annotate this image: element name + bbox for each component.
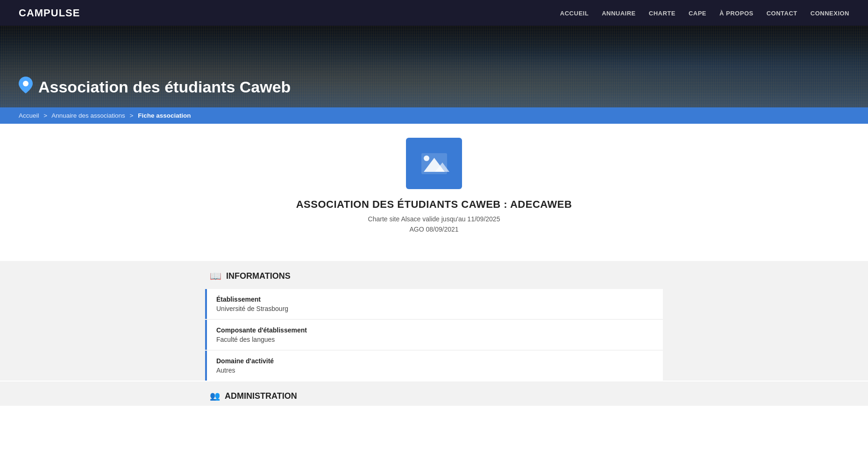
informations-title: 📖 INFORMATIONS: [205, 270, 663, 282]
admin-icon: 👥: [210, 391, 220, 401]
pin-icon: [19, 77, 33, 97]
nav-connexion[interactable]: CONNEXION: [811, 10, 849, 17]
info-value-etablissement: Université de Strasbourg: [216, 305, 654, 312]
informations-section: 📖 INFORMATIONS Établissement Université …: [0, 261, 868, 381]
nav-cape[interactable]: CAPE: [689, 10, 706, 17]
info-card-composante: Composante d'établissement Faculté des l…: [205, 320, 663, 350]
admin-wrapper: 👥 ADMINISTRATION: [205, 391, 663, 401]
info-label-etablissement: Établissement: [216, 296, 654, 303]
svg-point-0: [23, 81, 28, 86]
association-logo: [406, 138, 462, 189]
info-value-domaine: Autres: [216, 367, 654, 374]
brand-logo[interactable]: CAMPULSE: [19, 7, 80, 19]
nav-charte[interactable]: CHARTE: [649, 10, 676, 17]
info-value-composante: Faculté des langues: [216, 336, 654, 343]
hero-title-text: Association des étudiants Caweb: [38, 78, 291, 96]
info-card-domaine: Domaine d'activité Autres: [205, 351, 663, 381]
informations-title-text: INFORMATIONS: [226, 271, 291, 281]
nav-contact[interactable]: CONTACT: [767, 10, 797, 17]
hero-section: Association des étudiants Caweb: [0, 26, 868, 107]
association-ago: AGO 08/09/2021: [409, 226, 458, 233]
nav-links: ACCUEIL ANNUAIRE CHARTE CAPE À PROPOS CO…: [560, 9, 849, 17]
hero-title-container: Association des étudiants Caweb: [19, 77, 291, 97]
administration-title-text: ADMINISTRATION: [225, 391, 297, 401]
main-content: ASSOCIATION DES ÉTUDIANTS CAWEB : ADECAW…: [0, 124, 868, 261]
nav-apropos[interactable]: À PROPOS: [719, 10, 754, 17]
info-cards-wrapper: 📖 INFORMATIONS Établissement Université …: [205, 270, 663, 381]
info-label-composante: Composante d'établissement: [216, 326, 654, 334]
breadcrumb-sep1: >: [43, 112, 47, 119]
info-label-domaine: Domaine d'activité: [216, 357, 654, 365]
breadcrumb-current: Fiche association: [138, 112, 191, 119]
navbar: CAMPULSE ACCUEIL ANNUAIRE CHARTE CAPE À …: [0, 0, 868, 26]
breadcrumb-home[interactable]: Accueil: [19, 112, 39, 119]
svg-point-3: [424, 155, 429, 161]
administration-title: 👥 ADMINISTRATION: [205, 391, 663, 401]
breadcrumb-annuaire[interactable]: Annuaire des associations: [51, 112, 125, 119]
association-name: ASSOCIATION DES ÉTUDIANTS CAWEB : ADECAW…: [296, 198, 572, 211]
info-card-etablissement: Établissement Université de Strasbourg: [205, 289, 663, 319]
nav-annuaire[interactable]: ANNUAIRE: [602, 10, 636, 17]
breadcrumb-sep2: >: [130, 112, 134, 119]
administration-section: 👥 ADMINISTRATION: [0, 381, 868, 406]
association-charte: Charte site Alsace valide jusqu'au 11/09…: [368, 215, 500, 223]
book-icon: 📖: [210, 270, 221, 282]
nav-accueil[interactable]: ACCUEIL: [560, 10, 589, 17]
breadcrumb: Accueil > Annuaire des associations > Fi…: [0, 107, 868, 124]
